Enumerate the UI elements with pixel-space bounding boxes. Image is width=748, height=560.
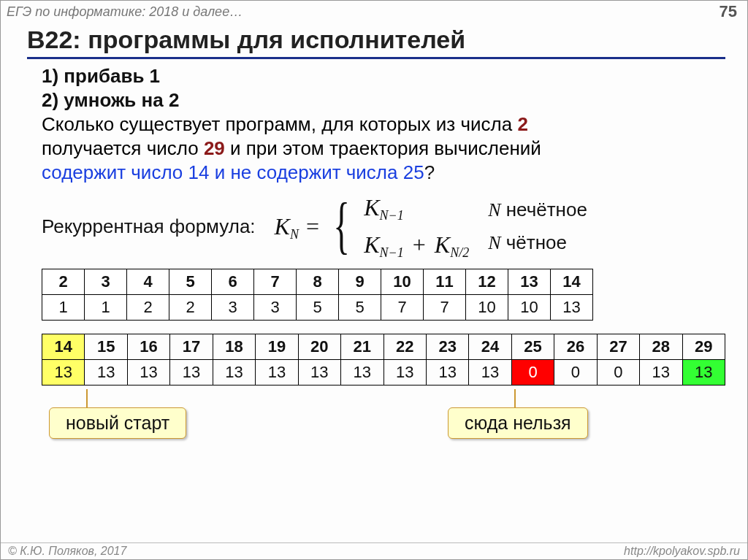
- table-value-cell: 10: [466, 295, 508, 321]
- page-number: 75: [720, 2, 737, 21]
- table-value-cell: 13: [170, 360, 213, 386]
- op-2: 2) умножь на 2: [42, 89, 721, 112]
- title-rule: [27, 57, 725, 59]
- callout-new-start: новый старт: [49, 407, 186, 439]
- table-value-cell: 5: [297, 295, 339, 321]
- callout-forbidden: сюда нельзя: [448, 407, 588, 439]
- table-value-cell: 7: [424, 295, 466, 321]
- table-header-cell: 21: [341, 334, 383, 360]
- table-value-cell: 13: [127, 360, 169, 386]
- table-header-cell: 12: [466, 269, 508, 295]
- formula-conditions: N нечётное N чётное: [488, 199, 587, 254]
- table-value-cell: 0: [511, 360, 554, 386]
- table-value-cell: 5: [339, 295, 381, 321]
- table-header-cell: 25: [511, 334, 554, 360]
- table-header-cell: 17: [170, 334, 213, 360]
- table-header-cell: 14: [42, 334, 85, 360]
- table-header-cell: 9: [339, 269, 381, 295]
- table-header-cell: 4: [127, 269, 169, 295]
- table-header-cell: 22: [383, 334, 426, 360]
- table-value-cell: 13: [85, 360, 127, 386]
- table-header-cell: 13: [508, 269, 551, 295]
- table-header-cell: 18: [213, 334, 255, 360]
- table-header-cell: 5: [169, 269, 212, 295]
- slide-footer: © К.Ю. Поляков, 2017 http://kpolyakov.sp…: [1, 542, 747, 559]
- question-line-3: содержит число 14 и не содержит числа 25…: [42, 161, 721, 184]
- table-value-cell: 1: [85, 295, 127, 321]
- table-header-cell: 10: [381, 269, 424, 295]
- table-header-cell: 29: [682, 334, 725, 360]
- table-value-cell: 7: [381, 295, 424, 321]
- table-header-cell: 6: [212, 269, 254, 295]
- table-value-cell: 3: [254, 295, 297, 321]
- table-header-cell: 2: [42, 269, 85, 295]
- table-header-cell: 27: [597, 334, 639, 360]
- question-line-2: получается число 29 и при этом траектори…: [42, 137, 721, 160]
- footer-url: http://kpolyakov.spb.ru: [624, 545, 740, 558]
- table-header-cell: 23: [426, 334, 468, 360]
- table-value-cell: 13: [213, 360, 255, 386]
- formula-math: KN = { KN−1 KN−1 + KN/2: [275, 194, 470, 258]
- table-header-cell: 11: [424, 269, 466, 295]
- table-value-cell: 13: [426, 360, 468, 386]
- table-header-cell: 28: [640, 334, 682, 360]
- table-value-cell: 13: [383, 360, 426, 386]
- table-value-cell: 13: [341, 360, 383, 386]
- table-header-cell: 26: [554, 334, 597, 360]
- table-1: 2345678910111213141122335577101013: [42, 269, 593, 321]
- breadcrumb: ЕГЭ по информатике: 2018 и далее…: [7, 4, 243, 20]
- table-header-cell: 14: [551, 269, 593, 295]
- brace-icon: {: [333, 203, 350, 247]
- start-number: 2: [517, 113, 527, 135]
- table-value-cell: 13: [298, 360, 340, 386]
- table-header-cell: 20: [298, 334, 340, 360]
- table-value-cell: 13: [640, 360, 682, 386]
- table-value-cell: 13: [42, 360, 85, 386]
- table-header-cell: 3: [85, 269, 127, 295]
- table-header-cell: 7: [254, 269, 297, 295]
- table-value-cell: 0: [597, 360, 639, 386]
- table-header-cell: 15: [85, 334, 127, 360]
- op-1: 1) прибавь 1: [42, 65, 721, 88]
- table-value-cell: 10: [508, 295, 551, 321]
- copyright: © К.Ю. Поляков, 2017: [8, 545, 126, 558]
- table-value-cell: 0: [554, 360, 597, 386]
- table-value-cell: 13: [469, 360, 511, 386]
- slide-header: ЕГЭ по информатике: 2018 и далее… 75: [1, 1, 747, 23]
- table-value-cell: 13: [256, 360, 298, 386]
- table-2: 1415161718192021222324252627282913131313…: [42, 334, 725, 386]
- table-header-cell: 19: [256, 334, 298, 360]
- table-header-cell: 24: [469, 334, 511, 360]
- table-value-cell: 1: [42, 295, 85, 321]
- formula-label: Рекуррентная формула:: [42, 215, 256, 238]
- callouts: новый старт сюда нельзя: [42, 386, 721, 451]
- target-number: 29: [204, 137, 225, 159]
- table-value-cell: 3: [212, 295, 254, 321]
- table-value-cell: 13: [551, 295, 593, 321]
- table-value-cell: 13: [682, 360, 725, 386]
- formula-row: Рекуррентная формула: KN = { KN−1 KN−1 +…: [42, 194, 721, 258]
- question-line-1: Сколько существует программ, для которых…: [42, 113, 721, 136]
- table-value-cell: 2: [127, 295, 169, 321]
- slide-body: 1) прибавь 1 2) умножь на 2 Сколько суще…: [42, 65, 721, 451]
- table-value-cell: 2: [169, 295, 212, 321]
- slide-title: B22: программы для исполнителей: [27, 26, 747, 54]
- table-header-cell: 8: [297, 269, 339, 295]
- table-header-cell: 16: [127, 334, 169, 360]
